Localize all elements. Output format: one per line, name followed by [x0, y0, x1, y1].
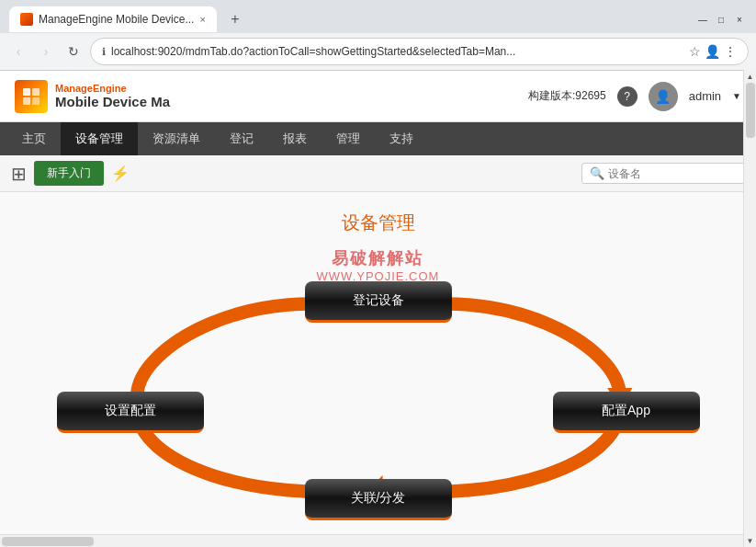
nav-menu: 主页 设备管理 资源清单 登记 报表 管理 支持	[0, 122, 756, 155]
bolt-icon[interactable]: ⚡	[111, 165, 130, 182]
help-button[interactable]: ?	[617, 86, 638, 107]
new-tab-button[interactable]: +	[222, 6, 248, 32]
set-config-card[interactable]: 设置配置	[57, 392, 204, 433]
reload-button[interactable]: ↻	[62, 40, 85, 63]
maximize-button[interactable]: □	[714, 12, 728, 27]
search-input[interactable]	[608, 167, 737, 180]
logo-section: ManageEngine Mobile Device Ma	[15, 80, 170, 113]
scroll-up-arrow[interactable]: ▲	[744, 70, 756, 83]
user-name[interactable]: admin	[689, 89, 721, 103]
search-icon: 🔍	[590, 166, 604, 180]
minimize-button[interactable]: —	[695, 12, 710, 27]
config-app-btn[interactable]: 配置App	[553, 392, 700, 433]
logo-text: ManageEngine Mobile Device Ma	[55, 83, 170, 109]
apps-grid-icon[interactable]: ⊞	[11, 163, 27, 185]
active-tab[interactable]: ManageEngine Mobile Device... ×	[9, 6, 217, 32]
logo-manage-engine: ManageEngine	[55, 83, 170, 94]
section-title: 设备管理	[342, 211, 415, 235]
nav-inventory[interactable]: 资源清单	[138, 122, 215, 155]
back-button[interactable]: ‹	[7, 40, 29, 63]
account-icon[interactable]: 👤	[705, 44, 720, 59]
bookmark-icon[interactable]: ☆	[689, 44, 701, 59]
svg-rect-3	[32, 97, 39, 105]
associate-btn[interactable]: 关联/分发	[305, 479, 452, 520]
getting-started-button[interactable]: 新手入门	[34, 161, 104, 186]
tab-title: ManageEngine Mobile Device...	[39, 13, 194, 26]
nav-reports[interactable]: 报表	[268, 122, 322, 155]
toolbar: ⊞ 新手入门 ⚡ 🔍	[0, 155, 756, 192]
nav-support[interactable]: 支持	[375, 122, 428, 155]
vertical-scrollbar[interactable]: ▲ ▼	[743, 70, 756, 547]
scrollbar-thumb[interactable]	[746, 83, 755, 138]
enroll-device-btn[interactable]: 登记设备	[305, 281, 452, 323]
build-version: 构建版本:92695	[528, 88, 606, 104]
nav-admin[interactable]: 管理	[322, 122, 375, 155]
address-text: localhost:9020/mdmTab.do?actionToCall=sh…	[111, 45, 683, 58]
config-app-card[interactable]: 配置App	[553, 392, 700, 433]
search-bar[interactable]: 🔍	[581, 163, 745, 184]
svg-rect-1	[32, 88, 39, 96]
forward-button[interactable]: ›	[35, 40, 57, 63]
address-bar[interactable]: ℹ localhost:9020/mdmTab.do?actionToCall=…	[90, 38, 749, 65]
set-config-btn[interactable]: 设置配置	[57, 392, 204, 433]
svg-rect-0	[23, 88, 30, 96]
tab-favicon	[20, 13, 33, 26]
scrollbar-track[interactable]	[744, 83, 756, 534]
nav-home[interactable]: 主页	[7, 122, 61, 155]
app-logo-icon	[15, 80, 48, 113]
enroll-device-card[interactable]: 登记设备	[305, 281, 452, 323]
logo-subtitle: Mobile Device Ma	[55, 94, 170, 109]
svg-rect-2	[23, 97, 30, 105]
nav-enrollment[interactable]: 登记	[215, 122, 268, 155]
h-scrollbar-thumb[interactable]	[2, 537, 94, 546]
user-dropdown-arrow[interactable]: ▼	[732, 91, 741, 101]
tab-close-btn[interactable]: ×	[199, 14, 205, 25]
app-top-bar: ManageEngine Mobile Device Ma 构建版本:92695…	[0, 71, 756, 122]
menu-icon[interactable]: ⋮	[724, 44, 737, 59]
lock-icon: ℹ	[102, 46, 106, 58]
main-content: 易破解解站 WWW.YPOJIE.COM 设备管理	[0, 192, 756, 547]
close-window-button[interactable]: ×	[732, 12, 747, 27]
horizontal-scrollbar[interactable]	[0, 534, 743, 547]
cycle-diagram: 登记设备 设置配置 配置App 关联/分发	[57, 263, 700, 530]
nav-device-management[interactable]: 设备管理	[61, 122, 138, 155]
scroll-down-arrow[interactable]: ▼	[744, 534, 756, 547]
associate-card[interactable]: 关联/分发	[305, 479, 452, 520]
user-avatar: 👤	[649, 82, 678, 111]
